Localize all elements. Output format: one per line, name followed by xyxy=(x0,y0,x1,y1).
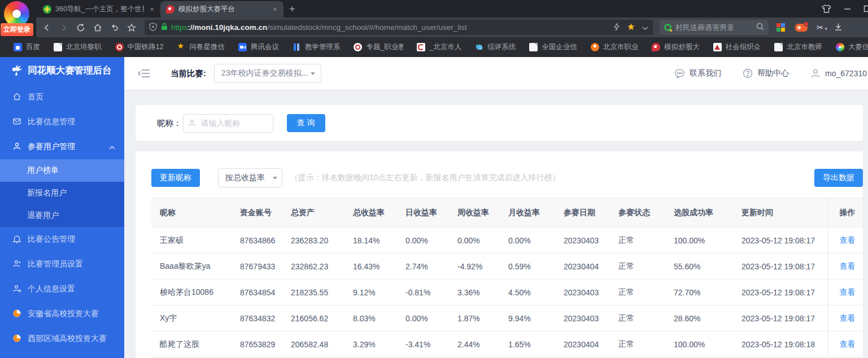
contact-us-link[interactable]: 联系我们 xyxy=(674,68,721,78)
sidebar-item-7[interactable]: 西部区域高校投资大赛 xyxy=(0,326,124,351)
sidebar-subitem-0[interactable]: 用户榜单 xyxy=(0,159,124,182)
bookmark-label: 问卷星微信 xyxy=(189,42,225,52)
sidebar-item-0[interactable]: 首页 xyxy=(0,85,124,110)
search-icon[interactable] xyxy=(756,23,764,32)
sidebar-item-4[interactable]: 比赛管理员设置 xyxy=(0,252,124,277)
games-icon[interactable] xyxy=(795,24,808,32)
bookmark-item[interactable]: 模拟炒股大 xyxy=(646,40,705,55)
action-cell: 查看 xyxy=(828,305,863,331)
table-cell: 2023-05-12 19:08:17 xyxy=(733,254,828,280)
sidebar-item-1[interactable]: 比赛信息管理 xyxy=(0,110,124,134)
favorite-star-icon[interactable] xyxy=(123,20,140,35)
view-link[interactable]: 查看 xyxy=(840,313,856,322)
search-placeholder[interactable]: 村民送葬遇害男童 xyxy=(675,23,752,33)
close-icon[interactable]: × xyxy=(148,5,156,14)
sidebar-item-label: 个人信息设置 xyxy=(28,284,115,294)
lightning-icon[interactable] xyxy=(613,23,620,33)
reload-icon[interactable] xyxy=(72,20,89,35)
quick-search-box[interactable]: 村民送葬遇害男童 xyxy=(660,20,769,35)
forward-icon[interactable] xyxy=(55,20,72,35)
view-link[interactable]: 查看 xyxy=(840,287,856,296)
column-header: 总收益率 xyxy=(344,198,397,228)
bookmark-item[interactable]: 问卷星微信 xyxy=(171,40,230,55)
bookmark-item[interactable]: 百度 xyxy=(8,40,46,55)
restore-session-icon[interactable] xyxy=(106,20,123,35)
back-icon[interactable] xyxy=(38,20,55,35)
apps-grid-icon[interactable] xyxy=(777,23,785,32)
table-cell: 9.94% xyxy=(500,305,555,331)
bars-icon xyxy=(293,43,301,51)
baidu-icon xyxy=(14,43,22,51)
bookmark-item[interactable]: 综评系统 xyxy=(469,40,521,55)
sidebar-item-label: 安徽省高校投资大赛 xyxy=(28,309,115,319)
sidebar-item-2[interactable]: 参赛用户管理 xyxy=(0,134,124,159)
bookmark-item[interactable]: 专题_职业教 xyxy=(348,40,409,55)
contest-icon xyxy=(12,309,21,320)
sidebar-item-6[interactable]: 安徽省高校投资大赛 xyxy=(0,302,124,326)
sidebar-item-8[interactable]: 贵州省高校投资大赛 xyxy=(0,351,124,358)
sidebar-subitem-2[interactable]: 退赛用户 xyxy=(0,204,124,227)
column-header: 操作 xyxy=(828,198,863,228)
bookmark-label: 百度 xyxy=(26,42,40,52)
export-data-button[interactable]: 导出数据 xyxy=(814,169,863,187)
shield-icon[interactable] xyxy=(149,23,157,33)
update-nickname-button[interactable]: 更新昵称 xyxy=(151,169,200,187)
column-header: 总资产 xyxy=(282,198,344,228)
minimize-icon[interactable] xyxy=(844,5,851,12)
login-now-badge[interactable]: 立即登录 xyxy=(1,23,33,36)
ranking-hint: （提示：排名数据晚间10点左右更新，新报名用户在清算完成后进入排行榜） xyxy=(290,173,808,183)
table-cell: -3.41% xyxy=(397,331,449,357)
action-cell: 查看 xyxy=(828,228,863,254)
sort-select[interactable]: 按总收益率 xyxy=(218,168,282,187)
view-link[interactable]: 查看 xyxy=(840,261,856,270)
view-link[interactable]: 查看 xyxy=(840,235,856,245)
download-icon[interactable] xyxy=(834,23,843,33)
help-center-link[interactable]: 帮助中心 xyxy=(743,68,789,78)
bookmark-label: 教学管理系 xyxy=(305,42,341,52)
table-cell: 218235.55 xyxy=(282,280,344,305)
bookmark-item[interactable]: 全国企业信 xyxy=(524,40,583,55)
bookmark-label: 大赛信息服 xyxy=(848,42,868,52)
sidebar-item-label: 西部区域高校投资大赛 xyxy=(28,334,115,344)
bookmark-label: 社会组织众 xyxy=(726,42,761,52)
bookmark-item[interactable]: 腾讯会议 xyxy=(233,40,285,55)
new-tab-button[interactable]: + xyxy=(289,3,295,15)
bookmark-item[interactable]: 社会组织众 xyxy=(708,40,767,55)
bookmark-star-icon[interactable] xyxy=(627,23,635,33)
help-center-label: 帮助中心 xyxy=(757,68,789,78)
sidebar-item-3[interactable]: 比赛公告管理 xyxy=(0,227,124,252)
home-icon[interactable] xyxy=(89,20,106,35)
close-icon[interactable]: × xyxy=(271,5,279,14)
lock-icon xyxy=(161,23,168,32)
tab-360nav[interactable]: 360导航_一个主页，整个世界 × xyxy=(37,1,160,18)
sidebar-menu: 首页比赛信息管理参赛用户管理用户榜单新报名用户退赛用户比赛公告管理比赛管理员设置… xyxy=(0,85,124,358)
table-cell: 正常 xyxy=(610,228,665,254)
collapse-sidebar-icon[interactable] xyxy=(138,68,150,78)
sidebar-subitem-1[interactable]: 新报名用户 xyxy=(0,182,124,204)
bookmark-label: 全国企业信 xyxy=(542,42,577,52)
maximize-icon[interactable] xyxy=(863,5,868,12)
chevron-down-icon[interactable] xyxy=(642,23,648,32)
bookmark-item[interactable]: 教学管理系 xyxy=(287,40,346,55)
screenshot-scissors-icon[interactable]: ✂▾ xyxy=(817,23,827,33)
url-text[interactable]: https://moni.10jqka.com.cn/simulatedstoc… xyxy=(171,23,609,32)
bookmark-item[interactable]: 大赛信息服 xyxy=(830,40,868,55)
table-cell: 87679433 xyxy=(232,254,282,280)
query-button[interactable]: 查 询 xyxy=(287,114,325,132)
user-account[interactable]: mo_672310 xyxy=(810,68,867,78)
username: mo_672310 xyxy=(825,69,867,78)
sort-value: 按总收益率 xyxy=(225,173,273,183)
bookmark-item[interactable]: _北京市人 xyxy=(411,40,467,55)
tab-stock-platform[interactable]: 模拟炒股大赛平台 × xyxy=(160,1,283,18)
bookmark-item[interactable]: 北京市职业 xyxy=(585,40,644,55)
nickname-input[interactable] xyxy=(183,114,273,133)
bookmark-item[interactable]: 北京市教师 xyxy=(769,40,828,55)
sidebar-item-5[interactable]: 个人信息设置 xyxy=(0,277,124,302)
view-link[interactable]: 查看 xyxy=(840,339,856,348)
current-match-select[interactable]: 23年校内证券交易模拟... xyxy=(214,64,321,83)
bookmark-item[interactable]: 中国铁路12 xyxy=(110,40,169,55)
address-bar[interactable]: https://moni.10jqka.com.cn/simulatedstoc… xyxy=(145,20,653,35)
theme-shirt-icon[interactable] xyxy=(822,5,831,13)
bookmark-item[interactable]: 北京培黎职 xyxy=(48,40,107,55)
bookmark-label: 北京培黎职 xyxy=(66,42,102,52)
